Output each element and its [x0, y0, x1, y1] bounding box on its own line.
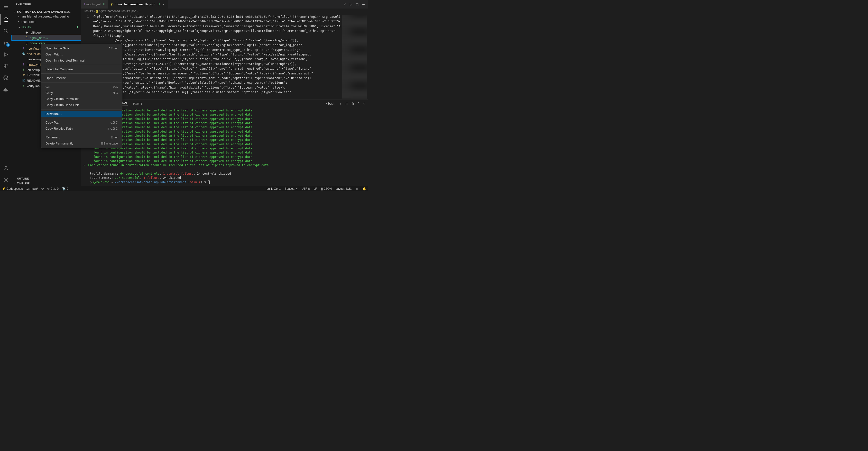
cm-label: Copy Path	[45, 121, 60, 124]
outline-section[interactable]: ›OUTLINE	[12, 176, 81, 181]
settings-icon[interactable]	[0, 174, 12, 186]
tree-item-label: inputs.yml	[27, 63, 41, 66]
source-control-icon[interactable]: 3	[0, 37, 12, 49]
timeline-section[interactable]: ›TIMELINE	[12, 181, 81, 186]
context-menu-item[interactable]: Copy⌘C	[41, 90, 122, 96]
tree-item[interactable]: ⌄results	[12, 24, 81, 30]
context-menu-item[interactable]: Download...	[41, 111, 122, 117]
cm-shortcut: ⌘Backspace	[100, 142, 118, 145]
minimap[interactable]	[341, 14, 368, 99]
indent-status[interactable]: Spaces: 4	[284, 187, 298, 191]
context-menu-item[interactable]: Copy Path⌥⌘C	[41, 120, 122, 126]
more-icon[interactable]: ⋯	[74, 3, 77, 6]
notifications-icon[interactable]: 🔔	[363, 187, 366, 191]
tree-item[interactable]: ›resources	[12, 19, 81, 24]
tab-ports[interactable]: PORTS	[133, 102, 143, 105]
context-menu-item[interactable]: Open in Integrated Terminal	[41, 57, 122, 63]
search-icon[interactable]	[0, 25, 12, 37]
language-status[interactable]: {} JSON	[321, 187, 332, 191]
codespaces-status[interactable]: ⚡ Codespaces	[2, 187, 23, 191]
split-terminal-icon[interactable]: ◫	[345, 102, 348, 105]
run-debug-icon[interactable]	[0, 49, 12, 60]
modified-badge: U	[158, 3, 160, 6]
cm-label: Copy GitHub Head Link	[45, 103, 79, 107]
activity-bar: 3	[0, 0, 12, 186]
cm-label: Open in Integrated Terminal	[45, 59, 85, 62]
line-number: 1	[81, 14, 89, 19]
context-menu-item[interactable]: Open With...	[41, 51, 122, 57]
file-icon: ◆	[24, 31, 29, 34]
new-terminal-icon[interactable]: ＋	[339, 102, 342, 106]
tab-label: inputs.yml	[86, 2, 101, 6]
run-icon[interactable]: ▷	[350, 2, 352, 6]
editor-tabs: !inputs.ymlU{}nginx_hardened_results.jso…	[81, 0, 368, 8]
terminal-output[interactable]: found in configuration should be include…	[81, 107, 368, 186]
cm-label: Open to the Side	[45, 46, 69, 50]
cm-shortcut: ⌘C	[113, 91, 118, 95]
file-icon: {}	[111, 2, 114, 6]
ports-status[interactable]: 📡 0	[62, 187, 68, 191]
cm-label: Copy	[45, 91, 53, 95]
branch-status[interactable]: ⎇ main*	[26, 187, 38, 191]
layout-status[interactable]: Layout: U.S.	[336, 187, 352, 191]
editor-tab[interactable]: !inputs.ymlU	[81, 0, 108, 8]
context-menu-item[interactable]: Copy GitHub Permalink	[41, 96, 122, 102]
cm-label: Delete Permanently	[45, 141, 73, 145]
cm-label: Open Timeline	[45, 76, 66, 80]
folder-root[interactable]: ⌄ SAF-TRAINING-LAB-ENVIRONMENT [CO...	[12, 9, 81, 13]
cursor-position[interactable]: Ln 1, Col 1	[267, 187, 281, 191]
close-panel-icon[interactable]: ✕	[363, 102, 365, 105]
terminal-shell[interactable]: ▸ bash	[325, 101, 336, 106]
cm-shortcut: ⌃Enter	[108, 47, 118, 50]
context-menu-item[interactable]: Cut⌘X	[41, 84, 122, 90]
context-menu-item[interactable]: Copy Relative Path⇧⌥⌘C	[41, 126, 122, 132]
kill-terminal-icon[interactable]: 🗑	[351, 102, 354, 105]
context-menu-item[interactable]: Copy GitHub Head Link	[41, 102, 122, 108]
file-icon: !	[22, 47, 26, 50]
cm-label: Rename...	[45, 135, 60, 139]
close-tab-icon[interactable]: ×	[163, 2, 164, 6]
tree-item-label: ansible-nginx-stigready-hardening	[22, 14, 69, 18]
explorer-title: EXPLORER ⋯	[12, 0, 81, 8]
svg-point-1	[4, 41, 5, 42]
context-menu-item[interactable]: Select for Compare	[41, 66, 122, 72]
tree-item[interactable]: {}nginx_hard...	[12, 35, 81, 40]
feedback-icon[interactable]: ☺	[355, 187, 359, 191]
accounts-icon[interactable]	[0, 162, 12, 174]
problems-status[interactable]: ⊘ 0 ⚠ 0	[47, 187, 58, 191]
context-menu-item[interactable]: Delete Permanently⌘Backspace	[41, 140, 122, 147]
tab-label: nginx_hardened_results.json	[115, 2, 155, 6]
scm-badge: 3	[6, 43, 10, 47]
editor-tab[interactable]: {}nginx_hardened_results.jsonU×	[108, 0, 168, 8]
file-icon: !	[84, 2, 85, 6]
eol-status[interactable]: LF	[314, 187, 317, 191]
tree-item[interactable]: ◆.gitkeep	[12, 30, 81, 35]
status-bar: ⚡ Codespaces ⎇ main* ⟳ ⊘ 0 ⚠ 0 📡 0 Ln 1,…	[0, 186, 368, 191]
panel-tabs: DEBUG CONSOLE TERMINAL PORTS ▸ bash ＋ ◫ …	[81, 100, 368, 107]
svg-point-0	[4, 29, 7, 32]
more-icon[interactable]: ⋯	[362, 2, 365, 6]
compare-icon[interactable]: ⇄	[344, 2, 346, 6]
breadcrumb[interactable]: results› {} nginx_hardened_results.json›…	[81, 8, 368, 14]
file-icon: $	[22, 84, 26, 88]
context-menu-item[interactable]: Rename...Enter	[41, 134, 122, 140]
svg-point-2	[4, 44, 5, 45]
extensions-icon[interactable]	[0, 60, 12, 72]
encoding-status[interactable]: UTF-8	[302, 187, 310, 191]
docker-icon[interactable]	[0, 84, 12, 95]
github-icon[interactable]	[0, 72, 12, 84]
tree-item[interactable]: ›ansible-nginx-stigready-hardening	[12, 13, 81, 19]
sync-status[interactable]: ⟳	[41, 187, 44, 191]
file-icon: ⚖	[22, 73, 26, 77]
chevron-up-icon[interactable]: ˄	[358, 102, 359, 105]
cm-label: Cut	[45, 85, 51, 89]
split-icon[interactable]: ◫	[355, 2, 359, 6]
file-icon: ⓘ	[22, 78, 26, 83]
context-menu-item[interactable]: Open to the Side⌃Enter	[41, 45, 122, 51]
context-menu: Open to the Side⌃EnterOpen With...Open i…	[41, 44, 122, 148]
context-menu-item[interactable]: Open Timeline	[41, 75, 122, 81]
file-icon: !	[22, 63, 26, 66]
explorer-icon[interactable]	[0, 13, 12, 25]
file-icon: $	[22, 68, 26, 71]
menu-icon[interactable]	[0, 2, 12, 13]
